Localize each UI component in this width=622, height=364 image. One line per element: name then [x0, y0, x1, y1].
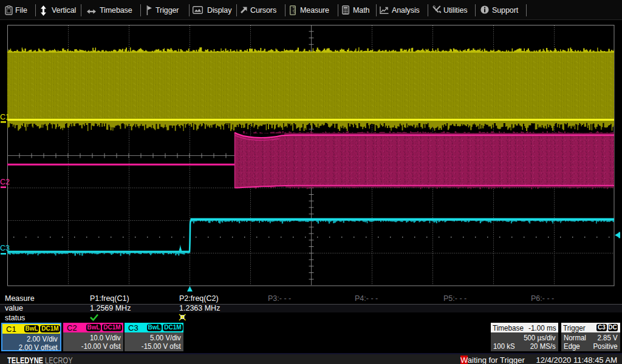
svg-text:C3: C3 — [0, 244, 10, 252]
svg-text:C2: C2 — [0, 178, 10, 186]
svg-text:C1: C1 — [0, 113, 10, 121]
